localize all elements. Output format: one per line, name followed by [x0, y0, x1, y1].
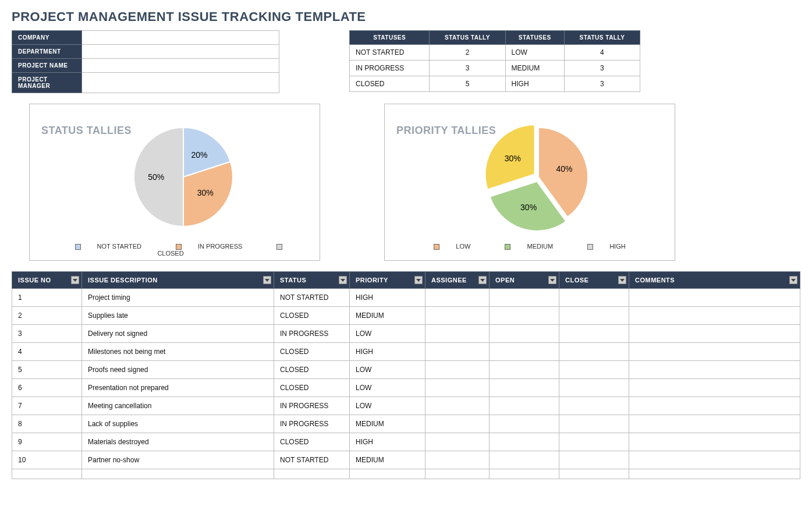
- cell[interactable]: HIGH: [350, 433, 425, 451]
- cell[interactable]: [559, 325, 629, 343]
- filter-icon[interactable]: [339, 276, 347, 284]
- cell[interactable]: NOT STARTED: [274, 289, 350, 307]
- cell[interactable]: [425, 469, 490, 479]
- header-assignee[interactable]: ASSIGNEE: [425, 272, 490, 289]
- cell[interactable]: [82, 469, 274, 479]
- cell[interactable]: CLOSED: [274, 361, 350, 379]
- cell[interactable]: [425, 433, 490, 451]
- cell[interactable]: [629, 325, 800, 343]
- cell[interactable]: [490, 379, 559, 397]
- cell[interactable]: [490, 325, 559, 343]
- cell[interactable]: [490, 451, 559, 469]
- cell[interactable]: Milestones not being met: [82, 343, 274, 361]
- cell[interactable]: IN PROGRESS: [274, 397, 350, 415]
- cell[interactable]: Supplies late: [82, 307, 274, 325]
- cell[interactable]: [490, 415, 559, 433]
- header-status[interactable]: STATUS: [274, 272, 350, 289]
- value-department[interactable]: [82, 45, 279, 59]
- cell[interactable]: Partner no-show: [82, 451, 274, 469]
- cell[interactable]: [629, 379, 800, 397]
- cell[interactable]: IN PROGRESS: [274, 415, 350, 433]
- cell[interactable]: 1: [12, 289, 82, 307]
- cell[interactable]: Meeting cancellation: [82, 397, 274, 415]
- cell[interactable]: [629, 343, 800, 361]
- cell[interactable]: [490, 397, 559, 415]
- value-project-manager[interactable]: [82, 73, 279, 93]
- cell[interactable]: CLOSED: [274, 433, 350, 451]
- filter-icon[interactable]: [548, 276, 556, 284]
- cell[interactable]: [629, 433, 800, 451]
- cell[interactable]: [559, 307, 629, 325]
- cell[interactable]: 9: [12, 433, 82, 451]
- cell[interactable]: [559, 469, 629, 479]
- cell[interactable]: 6: [12, 379, 82, 397]
- cell[interactable]: [629, 397, 800, 415]
- cell[interactable]: [12, 469, 82, 479]
- cell[interactable]: LOW: [350, 379, 425, 397]
- cell[interactable]: [559, 397, 629, 415]
- cell[interactable]: 8: [12, 415, 82, 433]
- cell[interactable]: [629, 451, 800, 469]
- cell[interactable]: [425, 307, 490, 325]
- cell[interactable]: [559, 379, 629, 397]
- cell[interactable]: [559, 433, 629, 451]
- cell[interactable]: LOW: [350, 361, 425, 379]
- cell[interactable]: [629, 307, 800, 325]
- value-project-name[interactable]: [82, 59, 279, 73]
- cell[interactable]: Delivery not signed: [82, 325, 274, 343]
- cell[interactable]: CLOSED: [274, 307, 350, 325]
- cell[interactable]: [629, 469, 800, 479]
- cell[interactable]: 7: [12, 397, 82, 415]
- cell[interactable]: [559, 343, 629, 361]
- cell[interactable]: CLOSED: [274, 379, 350, 397]
- cell[interactable]: HIGH: [350, 289, 425, 307]
- cell[interactable]: [425, 325, 490, 343]
- cell[interactable]: 10: [12, 451, 82, 469]
- filter-icon[interactable]: [478, 276, 487, 284]
- filter-icon[interactable]: [618, 276, 626, 284]
- cell[interactable]: MEDIUM: [350, 307, 425, 325]
- header-issue-no[interactable]: ISSUE NO: [12, 272, 82, 289]
- cell[interactable]: [425, 289, 490, 307]
- cell[interactable]: 5: [12, 361, 82, 379]
- cell[interactable]: CLOSED: [274, 343, 350, 361]
- header-close[interactable]: CLOSE: [559, 272, 629, 289]
- cell[interactable]: IN PROGRESS: [274, 325, 350, 343]
- cell[interactable]: HIGH: [350, 343, 425, 361]
- header-comments[interactable]: COMMENTS: [629, 272, 800, 289]
- cell[interactable]: Presentation not prepared: [82, 379, 274, 397]
- cell[interactable]: Lack of supplies: [82, 415, 274, 433]
- cell[interactable]: [425, 415, 490, 433]
- cell[interactable]: [559, 415, 629, 433]
- cell[interactable]: [559, 361, 629, 379]
- cell[interactable]: LOW: [350, 397, 425, 415]
- filter-icon[interactable]: [414, 276, 423, 284]
- cell[interactable]: MEDIUM: [350, 451, 425, 469]
- value-company[interactable]: [82, 31, 279, 45]
- cell[interactable]: [490, 307, 559, 325]
- cell[interactable]: [274, 469, 350, 479]
- cell[interactable]: [425, 397, 490, 415]
- cell[interactable]: 2: [12, 307, 82, 325]
- cell[interactable]: [559, 451, 629, 469]
- cell[interactable]: [425, 379, 490, 397]
- cell[interactable]: [629, 289, 800, 307]
- cell[interactable]: [490, 361, 559, 379]
- cell[interactable]: 4: [12, 343, 82, 361]
- header-open[interactable]: OPEN: [490, 272, 559, 289]
- cell[interactable]: 3: [12, 325, 82, 343]
- cell[interactable]: [425, 361, 490, 379]
- cell[interactable]: MEDIUM: [350, 415, 425, 433]
- cell[interactable]: [629, 415, 800, 433]
- filter-icon[interactable]: [263, 276, 271, 284]
- cell[interactable]: [629, 361, 800, 379]
- cell[interactable]: LOW: [350, 325, 425, 343]
- cell[interactable]: Materials destroyed: [82, 433, 274, 451]
- cell[interactable]: Proofs need signed: [82, 361, 274, 379]
- cell[interactable]: [490, 469, 559, 479]
- cell[interactable]: [490, 343, 559, 361]
- cell[interactable]: [490, 433, 559, 451]
- header-priority[interactable]: PRIORITY: [350, 272, 425, 289]
- cell[interactable]: [425, 451, 490, 469]
- cell[interactable]: NOT STARTED: [274, 451, 350, 469]
